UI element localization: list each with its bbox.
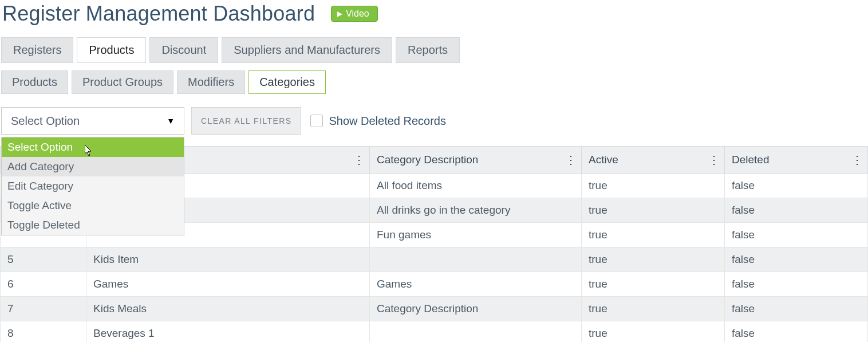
cell-desc: Games (370, 272, 582, 297)
video-button-label: Video (346, 9, 369, 19)
dropdown-option-toggle-active[interactable]: Toggle Active (2, 196, 184, 215)
tab-reports[interactable]: Reports (396, 37, 460, 63)
cell-name: Beverages 1 (86, 321, 370, 342)
cell-desc: Category Description (370, 297, 582, 321)
dropdown-option-add-category[interactable]: Add Category (2, 157, 184, 176)
cell-desc: Fun games (370, 223, 582, 247)
cell-name: Kids Item (86, 247, 370, 272)
cell-name: Kids Meals (86, 297, 370, 321)
cell-active: true (582, 247, 725, 272)
cell-desc (370, 321, 582, 342)
col-active-label: Active (589, 154, 618, 166)
cell-deleted: false (725, 272, 868, 297)
tabs-primary: Registers Products Discount Suppliers an… (0, 37, 868, 64)
table-row[interactable]: 6GamesGamestruefalse (1, 272, 868, 297)
cell-name: Games (86, 272, 370, 297)
col-description-header[interactable]: Category Description ⋮ (370, 147, 582, 174)
cell-desc: All drinks go in the category (370, 198, 582, 223)
caret-down-icon: ▼ (167, 116, 175, 125)
table-row[interactable]: 8Beverages 1truefalse (1, 321, 868, 342)
show-deleted-toggle[interactable]: Show Deleted Records (310, 115, 446, 128)
subtab-modifiers[interactable]: Modifiers (177, 70, 245, 94)
toolbar: Select Option ▼ Select Option Add Catego… (0, 95, 868, 140)
col-description-label: Category Description (377, 154, 478, 166)
subtab-product-groups[interactable]: Product Groups (72, 70, 173, 94)
col-active-header[interactable]: Active ⋮ (582, 147, 725, 174)
cell-desc (370, 247, 582, 272)
cell-id: 7 (1, 297, 86, 321)
cell-active: true (582, 223, 725, 247)
kebab-icon[interactable]: ⋮ (708, 157, 719, 163)
tab-discount[interactable]: Discount (149, 37, 218, 63)
cell-deleted: false (725, 223, 868, 247)
subtab-categories[interactable]: Categories (248, 70, 326, 94)
tabs-secondary: Products Product Groups Modifiers Catego… (0, 70, 868, 95)
kebab-icon[interactable]: ⋮ (851, 157, 862, 163)
show-deleted-checkbox[interactable] (310, 115, 323, 127)
cell-id: 6 (1, 272, 86, 297)
cell-deleted: false (725, 297, 868, 321)
play-icon: ▶ (337, 10, 342, 18)
tab-products[interactable]: Products (77, 37, 146, 63)
cell-deleted: false (725, 321, 868, 342)
tab-suppliers-manufacturers[interactable]: Suppliers and Manufacturers (222, 37, 392, 63)
cell-id: 5 (1, 247, 86, 272)
cell-active: true (582, 297, 725, 321)
cell-deleted: false (725, 247, 868, 272)
cell-active: true (582, 174, 725, 198)
cell-deleted: false (725, 174, 868, 198)
subtab-products[interactable]: Products (1, 70, 68, 94)
cell-deleted: false (725, 198, 868, 223)
cell-active: true (582, 198, 725, 223)
cell-active: true (582, 321, 725, 342)
action-dropdown: Select Option Add Category Edit Category… (1, 137, 184, 235)
video-button[interactable]: ▶ Video (331, 6, 378, 22)
dropdown-option-select-option[interactable]: Select Option (2, 137, 184, 157)
kebab-icon[interactable]: ⋮ (565, 157, 575, 163)
show-deleted-label: Show Deleted Records (329, 115, 446, 128)
cell-active: true (582, 272, 725, 297)
tab-registers[interactable]: Registers (1, 37, 73, 63)
table-row[interactable]: 7Kids MealsCategory Descriptiontruefalse (1, 297, 868, 321)
table-row[interactable]: 5Kids Itemtruefalse (1, 247, 868, 272)
page-title: Register Management Dashboard (2, 1, 315, 26)
col-deleted-label: Deleted (732, 154, 770, 166)
dropdown-option-edit-category[interactable]: Edit Category (2, 176, 184, 196)
clear-filters-button[interactable]: CLEAR ALL FILTERS (191, 107, 301, 135)
dropdown-option-toggle-deleted[interactable]: Toggle Deleted (2, 215, 184, 235)
cell-desc: All food items (370, 174, 582, 198)
action-select[interactable]: Select Option ▼ (1, 107, 184, 135)
col-deleted-header[interactable]: Deleted ⋮ (725, 147, 868, 174)
cell-id: 8 (1, 321, 86, 342)
action-select-label: Select Option (11, 115, 80, 128)
kebab-icon[interactable]: ⋮ (353, 157, 364, 163)
